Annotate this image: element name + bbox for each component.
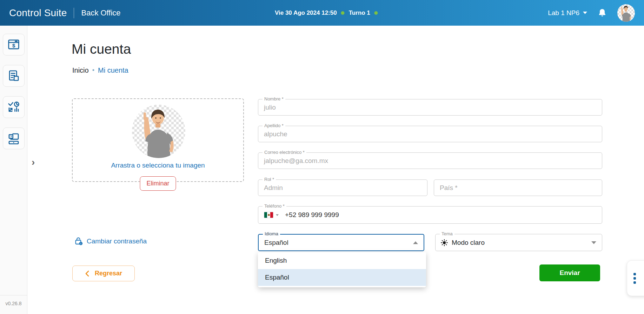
nombre-value: julio xyxy=(264,104,276,111)
change-password-label: Cambiar contraseña xyxy=(87,237,147,245)
back-button-label: Regresar xyxy=(95,270,122,277)
header-divider xyxy=(74,8,74,18)
profile-photo-illustration xyxy=(132,105,185,158)
dropzone-hint: Arrastra o selecciona tu imagen xyxy=(73,162,243,169)
quick-actions-flyout[interactable] xyxy=(627,260,644,296)
header-right: Lab 1 NP6 xyxy=(548,4,635,22)
kebab-dot xyxy=(633,281,636,284)
image-dropzone[interactable]: Arrastra o selecciona tu imagen Eliminar xyxy=(72,98,244,182)
flag-chevron-down-icon xyxy=(276,214,279,216)
documents-icon xyxy=(7,69,20,83)
correo-label: Correo electrónico * xyxy=(263,150,306,155)
idioma-dropdown-menu: English Español xyxy=(258,252,426,287)
tema-value: Modo claro xyxy=(452,239,485,247)
datetime-label: Vie 30 Ago 2024 12:50 xyxy=(275,9,337,17)
header-status: Vie 30 Ago 2024 12:50 Turno 1 xyxy=(275,0,382,26)
screen: Control Suite Back Office Vie 30 Ago 202… xyxy=(0,0,644,314)
sidebar-item-documents[interactable] xyxy=(3,65,25,87)
breadcrumb-current-link[interactable]: Mi cuenta xyxy=(98,66,128,74)
nombre-field[interactable]: Nombre * julio xyxy=(258,99,602,116)
sidebar: $ xyxy=(0,26,27,314)
datetime-status-dot xyxy=(341,11,345,15)
lock-icon: ! xyxy=(74,237,83,246)
change-password-link[interactable]: ! Cambiar contraseña xyxy=(74,237,147,246)
chevron-down-icon xyxy=(583,12,587,14)
correo-field[interactable]: Correo electrónico * jalpuche@ga.com.mx xyxy=(258,152,602,169)
correo-value: jalpuche@ga.com.mx xyxy=(264,157,328,165)
notifications-button[interactable] xyxy=(598,8,607,18)
svg-text:!: ! xyxy=(80,242,81,245)
top-bar: Control Suite Back Office Vie 30 Ago 202… xyxy=(0,0,644,26)
module-title: Back Office xyxy=(81,8,120,18)
page-title: Mi cuenta xyxy=(72,41,131,57)
rol-label: Rol * xyxy=(263,177,276,182)
breadcrumb: Inicio • Mi cuenta xyxy=(72,66,128,74)
apellido-value: alpuche xyxy=(264,130,287,138)
sidebar-expand-handle[interactable]: › xyxy=(32,157,35,167)
sidebar-item-devices[interactable]: ? xyxy=(3,127,25,149)
select-arrow-up-icon xyxy=(413,241,418,244)
idioma-option-espanol[interactable]: Español xyxy=(258,269,426,286)
mexico-flag-icon[interactable] xyxy=(264,212,273,218)
apellido-label: Apellido * xyxy=(263,123,285,128)
idioma-option-english[interactable]: English xyxy=(258,252,426,269)
idioma-label: Idioma xyxy=(263,231,280,236)
idioma-select[interactable]: Idioma Español xyxy=(258,234,424,251)
location-selector[interactable]: Lab 1 NP6 xyxy=(548,9,587,17)
devices-icon: ? xyxy=(7,132,20,145)
telefono-label: Teléfono * xyxy=(263,203,286,209)
sidebar-item-sales[interactable]: $ xyxy=(3,34,25,55)
submit-button[interactable]: Enviar xyxy=(539,264,600,281)
sidebar-nav: $ xyxy=(0,26,27,149)
app-title: Control Suite xyxy=(9,7,67,19)
sales-terminal-icon: $ xyxy=(7,38,20,51)
apellido-field[interactable]: Apellido * alpuche xyxy=(258,126,602,142)
user-avatar[interactable] xyxy=(617,4,635,22)
sidebar-item-reports[interactable] xyxy=(3,96,25,118)
delete-image-button[interactable]: Eliminar xyxy=(140,176,176,191)
bell-icon xyxy=(598,8,606,18)
back-button[interactable]: Regresar xyxy=(72,266,135,281)
pais-field[interactable]: País * xyxy=(434,179,602,196)
light-mode-sun-icon xyxy=(440,239,448,247)
app-version: v0.26.8 xyxy=(0,295,27,314)
nombre-label: Nombre * xyxy=(263,96,285,102)
kebab-dot xyxy=(633,277,636,280)
pais-placeholder: País * xyxy=(440,184,458,192)
reports-icon xyxy=(7,100,20,114)
tema-label: Tema xyxy=(440,231,454,236)
idioma-value: Español xyxy=(264,239,288,247)
breadcrumb-home-link[interactable]: Inicio xyxy=(72,66,89,74)
user-photo xyxy=(617,4,635,22)
chevron-left-icon xyxy=(85,270,89,277)
telefono-value: +52 989 999 9999 xyxy=(285,211,339,219)
tema-inner: Modo claro xyxy=(440,239,485,247)
rol-field[interactable]: Rol * Admin xyxy=(258,179,427,196)
rol-value: Admin xyxy=(264,184,283,192)
select-arrow-down-icon xyxy=(591,241,596,244)
kebab-dot xyxy=(633,273,636,275)
breadcrumb-separator: • xyxy=(92,67,94,74)
svg-text:?: ? xyxy=(10,135,12,138)
location-label: Lab 1 NP6 xyxy=(548,9,579,17)
shift-label: Turno 1 xyxy=(349,9,370,17)
profile-photo xyxy=(132,105,185,158)
shift-status-dot xyxy=(374,11,378,15)
svg-text:$: $ xyxy=(12,42,15,48)
telefono-field[interactable]: Teléfono * +52 989 999 9999 xyxy=(258,206,602,224)
tema-select[interactable]: Tema Modo claro xyxy=(435,234,602,251)
